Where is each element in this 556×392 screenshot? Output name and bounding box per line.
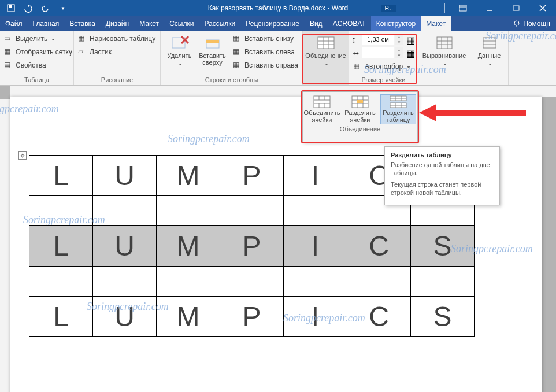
svg-rect-14 (206, 40, 219, 43)
row-height-input[interactable] (362, 34, 394, 45)
autofit-button[interactable]: ▦Автоподбор (351, 60, 416, 73)
properties-button[interactable]: ▤Свойства (2, 59, 74, 72)
tab-constructor[interactable]: Конструктор (371, 16, 421, 31)
tab-mailings[interactable]: Рассылки (199, 16, 240, 31)
delete-button[interactable]: Удалить (163, 32, 196, 76)
maximize-button[interactable] (503, 0, 529, 16)
svg-rect-1 (9, 5, 12, 8)
tab-acrobat[interactable]: ACROBAT (328, 16, 371, 31)
insert-right-icon: ▦ (233, 61, 242, 70)
group-draw-label: Рисование (76, 76, 158, 85)
svg-rect-5 (513, 6, 519, 10)
tab-review[interactable]: Рецензирование (240, 16, 305, 31)
table-row[interactable]: LUMPICS (29, 297, 475, 337)
svg-rect-40 (357, 100, 363, 103)
tab-file[interactable]: Файл (0, 16, 28, 31)
merge-gallery-popup: Объединить ячейки Разделить ячейки Разде… (302, 91, 418, 142)
distribute-cols-icon[interactable]: ▦ (406, 48, 416, 57)
save-button[interactable] (3, 2, 18, 14)
table-move-handle[interactable]: ✥ (18, 151, 27, 160)
tooltip-line1: Разбиение одной таблицы на две таблицы. (391, 161, 494, 177)
merge-icon (317, 35, 335, 51)
group-merge: Объединение (303, 31, 349, 85)
tooltip-split-table: Разделить таблицу Разбиение одной таблиц… (384, 146, 500, 205)
row-height-spinner[interactable]: ▲▼ (395, 34, 403, 45)
group-merge-label (305, 76, 346, 85)
tab-view[interactable]: Вид (305, 16, 328, 31)
group-cell-size-label: Размер ячейки (351, 76, 416, 85)
group-rows-cols-label: Строки и столбцы (163, 76, 300, 85)
alignment-dropdown[interactable]: Выравнивание (421, 32, 468, 76)
split-cells-button[interactable]: Разделить ячейки (342, 94, 378, 124)
table-row-selected[interactable]: LUMPICS (29, 226, 475, 267)
autofit-icon: ▦ (353, 62, 362, 71)
distribute-rows-icon[interactable]: ▦ (406, 35, 416, 44)
page[interactable]: ✥ LUMPIC LUMPICS LUMPICS (10, 97, 542, 392)
close-button[interactable] (529, 0, 556, 16)
properties-icon: ▤ (4, 61, 13, 70)
view-gridlines-button[interactable]: ▦Отобразить сетку (2, 46, 74, 58)
split-table-icon (390, 95, 407, 108)
insert-below-button[interactable]: ▦Вставить снизу (231, 32, 300, 45)
col-width-icon: ↔ (351, 48, 361, 57)
group-table: ▭Выделить ▦Отобразить сетку ▤Свойства Та… (0, 31, 74, 85)
delete-icon (170, 35, 189, 51)
svg-marker-50 (419, 104, 436, 121)
tooltip-line2: Текущая строка станет первой строкой нов… (391, 180, 494, 197)
col-width-input[interactable] (362, 47, 394, 58)
insert-left-button[interactable]: ▦Вставить слева (231, 46, 300, 58)
split-table-button[interactable]: Разделить таблицу (380, 94, 416, 124)
grid-icon: ▦ (4, 47, 13, 57)
insert-above-icon (203, 35, 222, 51)
alignment-icon (435, 35, 454, 51)
data-dropdown[interactable]: Данные (473, 32, 506, 76)
draw-table-button[interactable]: ▦Нарисовать таблицу (76, 32, 157, 45)
row-height-icon: ↕ (351, 35, 361, 44)
document-title: Как разорвать таблицу в Ворде.docx - Wor… (208, 4, 348, 12)
tab-layout[interactable]: Макет (134, 16, 164, 31)
select-button[interactable]: ▭Выделить (2, 32, 74, 45)
insert-left-icon: ▦ (233, 47, 242, 57)
svg-point-8 (514, 21, 519, 25)
cursor-icon: ▭ (4, 34, 13, 43)
merge-cells-button[interactable]: Объединить ячейки (304, 94, 340, 124)
minimize-button[interactable] (476, 0, 503, 16)
insert-right-button[interactable]: ▦Вставить справа (231, 59, 300, 72)
svg-rect-2 (459, 5, 466, 11)
insert-above-button[interactable]: Вставить сверху (196, 32, 229, 76)
ribbon: ▭Выделить ▦Отобразить сетку ▤Свойства Та… (0, 31, 556, 86)
qat-customize[interactable]: ▼ (55, 2, 71, 14)
tell-me[interactable]: Помощн (507, 16, 556, 31)
group-data: Данные (470, 31, 509, 85)
tab-home[interactable]: Главная (28, 16, 65, 31)
redo-button[interactable] (38, 2, 53, 14)
svg-rect-28 (314, 96, 330, 108)
group-rows-cols: Удалить Вставить сверху ▦Вставить снизу … (161, 31, 303, 85)
tab-references[interactable]: Ссылки (164, 16, 199, 31)
popup-group-label: Объединение (303, 124, 417, 134)
pencil-table-icon: ▦ (78, 34, 87, 43)
horizontal-ruler[interactable] (10, 86, 556, 97)
insert-below-icon: ▦ (233, 34, 242, 43)
annotation-arrow (419, 103, 529, 123)
eraser-button[interactable]: ▱Ластик (76, 46, 157, 58)
tab-insert[interactable]: Вставка (64, 16, 101, 31)
svg-rect-20 (437, 37, 452, 49)
tab-table-layout[interactable]: Макет (421, 16, 451, 31)
svg-rect-25 (483, 38, 496, 48)
merge-dropdown-button[interactable]: Объединение (305, 32, 346, 76)
svg-rect-15 (318, 37, 334, 49)
document-area: ✥ LUMPIC LUMPICS LUMPICS (0, 86, 556, 392)
eraser-icon: ▱ (78, 47, 87, 57)
contextual-tab-chip: Р... (381, 5, 396, 12)
ribbon-display-options[interactable] (450, 0, 476, 16)
tell-me-label: Помощн (523, 20, 550, 28)
group-alignment: Выравнивание (418, 31, 470, 85)
table-row[interactable] (29, 267, 475, 297)
tab-design[interactable]: Дизайн (101, 16, 134, 31)
col-width-spinner[interactable]: ▲▼ (395, 47, 403, 58)
merge-cells-icon (313, 95, 331, 108)
data-icon (480, 35, 499, 51)
undo-button[interactable] (21, 2, 36, 14)
vertical-ruler[interactable] (0, 99, 10, 392)
